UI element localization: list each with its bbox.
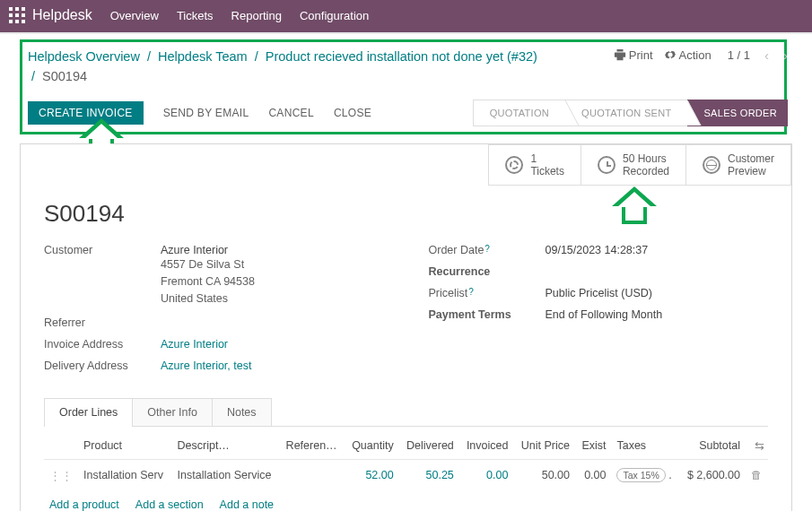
svg-rect-5 [22,13,25,17]
order-date-value: 09/15/2023 14:28:37 [546,244,649,256]
svg-rect-6 [9,20,13,23]
invoice-address-value[interactable]: Azure Interior [161,338,228,351]
payment-terms-value[interactable]: End of Following Month [546,308,663,321]
help-icon[interactable]: ? [485,244,490,254]
action-button[interactable]: Action [664,48,712,62]
breadcrumb-sep: / [255,49,258,64]
header-controls: Print Action 1 / 1 ‹ › [614,48,788,63]
status-bar: QUOTATION QUOTATION SENT SALES ORDER [473,100,788,126]
col-delivered[interactable]: Delivered [399,432,459,460]
add-product-link[interactable]: Add a product [49,498,119,511]
breadcrumb-item[interactable]: Helpdesk Team [158,49,248,64]
globe-icon [703,156,720,174]
print-button[interactable]: Print [614,48,653,62]
nav-reporting[interactable]: Reporting [231,9,282,22]
breadcrumb: Helpdesk Overview / Helpdesk Team / Prod… [28,48,537,87]
customer-address-3: United States [161,290,255,307]
statbox-customer-preview[interactable]: CustomerPreview [685,145,790,186]
cell-delivered[interactable]: 50.25 [399,459,459,491]
col-exist[interactable]: Exist [575,432,611,460]
delivery-address-label: Delivery Address [44,359,161,372]
statbox-tickets[interactable]: 1Tickets [489,145,581,186]
cancel-button[interactable]: CANCEL [268,107,313,119]
nav-configuration[interactable]: Configuration [300,9,369,22]
svg-rect-3 [9,13,13,17]
customer-label: Customer [44,244,161,307]
cell-unit[interactable]: 50.00 [513,459,575,491]
pricelist-label: Pricelist? [429,287,546,299]
cell-exist[interactable]: 0.00 [575,459,611,491]
cell-qty[interactable]: 52.00 [345,459,399,491]
cell-subtotal: $ 2,600.00 [679,459,746,491]
print-icon [614,48,626,61]
pager-prev-icon[interactable]: ‹ [764,48,769,63]
form-sheet: 1Tickets 50 HoursRecorded CustomerPrevie… [20,143,792,512]
recurrence-label: Recurrence [429,265,546,278]
send-email-button[interactable]: SEND BY EMAIL [163,107,249,119]
statbox-hours[interactable]: 50 HoursRecorded [581,145,685,186]
invoice-address-label: Invoice Address [44,338,161,351]
tax-tag[interactable]: Tax 15% [616,468,665,482]
delivery-address-value[interactable]: Azure Interior, test [161,359,251,372]
gear-icon [664,48,677,61]
drag-handle-icon[interactable]: ⋮⋮ [44,459,78,491]
breadcrumb-current: S00194 [42,69,87,83]
add-note-link[interactable]: Add a note [220,498,274,511]
col-product[interactable]: Product [78,432,172,460]
lifebuoy-icon [505,156,523,174]
top-navbar: Helpdesk Overview Tickets Reporting Conf… [0,0,812,30]
status-quotation[interactable]: QUOTATION [473,100,565,126]
app-brand[interactable]: Helpdesk [32,7,92,23]
status-sales-order[interactable]: SALES ORDER [687,100,788,126]
help-icon[interactable]: ? [468,287,474,297]
cell-product[interactable]: Installation Serv [78,459,172,491]
payment-terms-label: Payment Terms [429,308,546,321]
customer-link[interactable]: Azure Interior [161,244,255,256]
breadcrumb-item[interactable]: Helpdesk Overview [28,49,140,64]
breadcrumb-item[interactable]: Product recieved installation not done y… [266,49,537,64]
svg-rect-1 [15,7,19,11]
order-lines-table: Product Descript… Referen… Quantity Deli… [44,432,768,491]
cell-taxes[interactable]: Tax 15% . [611,459,679,491]
col-taxes[interactable]: Taxes [611,432,679,460]
close-button[interactable]: CLOSE [334,107,371,119]
status-quotation-sent[interactable]: QUOTATION SENT [565,100,687,126]
form-tabs: Order Lines Other Info Notes [44,397,768,427]
statbox-cust-value: Customer [728,152,774,165]
statbox-tickets-label: Tickets [530,165,564,178]
apps-icon[interactable] [9,7,25,23]
pager-next-icon[interactable]: › [783,48,788,63]
col-unit[interactable]: Unit Price [513,432,575,460]
cell-desc[interactable]: Installation Service [172,459,281,491]
cell-invoiced[interactable]: 0.00 [459,459,514,491]
pricelist-value[interactable]: Public Pricelist (USD) [546,287,652,299]
breadcrumb-sep: / [31,69,35,83]
order-date-label: Order Date? [429,244,546,256]
table-row[interactable]: ⋮⋮ Installation Serv Installation Servic… [44,459,768,491]
delete-row-icon[interactable]: 🗑 [746,459,768,491]
col-qty[interactable]: Quantity [345,432,399,460]
statbox-cust-label: Preview [728,165,774,178]
customer-address-1: 4557 De Silva St [161,256,255,273]
referrer-label: Referrer [44,316,161,329]
col-subtotal[interactable]: Subtotal [679,432,746,460]
table-settings-icon[interactable]: ⇆ [755,439,764,453]
pager: 1 / 1 [728,48,750,62]
svg-rect-4 [15,13,19,17]
statbox-hours-label: Recorded [623,165,669,178]
tab-notes[interactable]: Notes [212,398,272,427]
add-section-link[interactable]: Add a section [135,498,204,511]
breadcrumb-sep: / [147,49,151,64]
col-ref[interactable]: Referen… [281,432,345,460]
order-name: S00194 [44,200,768,228]
col-desc[interactable]: Descript… [172,432,281,460]
svg-rect-2 [22,7,25,11]
col-invoiced[interactable]: Invoiced [459,432,514,460]
nav-tickets[interactable]: Tickets [177,9,214,22]
tab-other-info[interactable]: Other Info [132,398,213,427]
nav-overview[interactable]: Overview [110,9,159,22]
cell-ref[interactable] [281,459,345,491]
statbox-tickets-value: 1 [530,152,564,165]
tab-order-lines[interactable]: Order Lines [44,398,133,427]
statbox-hours-value: 50 Hours [623,152,669,165]
